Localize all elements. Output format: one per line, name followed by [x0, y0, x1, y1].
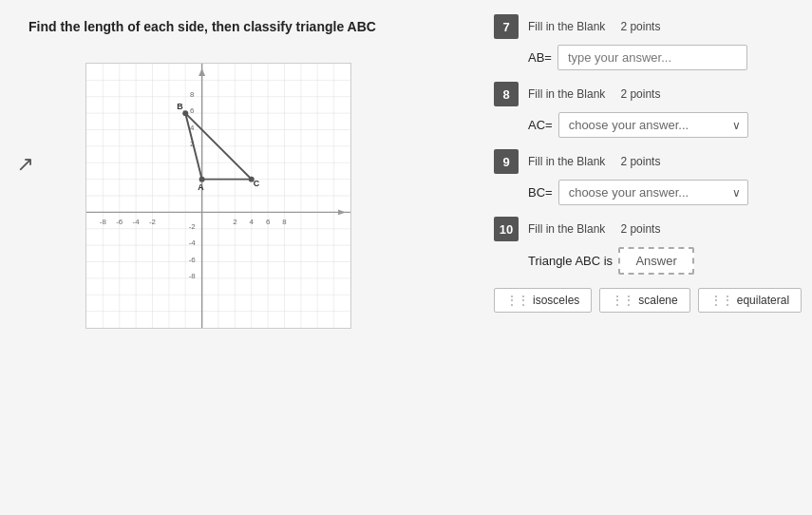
svg-text:-2: -2 — [189, 222, 197, 231]
chip-isosceles[interactable]: ⋮⋮ isosceles — [494, 288, 592, 313]
question-7-label: AB= — [528, 50, 552, 65]
question-8-header: 8 Fill in the Blank 2 points — [494, 82, 793, 106]
question-7-block: 7 Fill in the Blank 2 points AB= — [494, 14, 793, 70]
chip-scalene-label: scalene — [638, 294, 677, 307]
question-8-points: 2 points — [620, 87, 660, 101]
svg-text:8: 8 — [190, 90, 195, 99]
svg-text:-8: -8 — [189, 272, 197, 280]
cursor-icon: ↖ — [17, 152, 34, 177]
question-7-type: Fill in the Blank — [528, 20, 605, 33]
question-9-label: BC= — [528, 185, 553, 200]
svg-text:8: 8 — [282, 218, 287, 226]
svg-text:-8: -8 — [100, 218, 107, 226]
chip-scalene[interactable]: ⋮⋮ scalene — [599, 288, 689, 313]
answer-placeholder: Answer — [635, 254, 676, 268]
question-9-points: 2 points — [620, 155, 660, 168]
svg-text:-2: -2 — [149, 218, 157, 226]
chip-equilateral[interactable]: ⋮⋮ equilateral — [698, 288, 802, 313]
svg-text:C: C — [254, 179, 260, 188]
chip-isosceles-label: isosceles — [533, 294, 579, 307]
drag-handle-scalene: ⋮⋮ — [612, 294, 634, 307]
question-8-block: 8 Fill in the Blank 2 points AC= choose … — [494, 82, 793, 138]
coordinate-graph: -8 -6 -4 -2 2 4 6 8 8 6 4 2 -2 -4 -6 -8 — [86, 64, 350, 328]
problem-title: Find the length of each side, then class… — [28, 19, 376, 34]
ab-text-input[interactable] — [557, 45, 747, 70]
svg-marker-48 — [198, 68, 205, 76]
svg-text:2: 2 — [233, 218, 237, 226]
question-7-header: 7 Fill in the Blank 2 points — [494, 14, 793, 39]
drag-handle-equilateral: ⋮⋮ — [710, 294, 733, 307]
svg-text:A: A — [198, 182, 204, 192]
svg-text:4: 4 — [250, 218, 255, 226]
svg-marker-49 — [338, 209, 346, 215]
svg-text:6: 6 — [190, 106, 195, 115]
question-7-number: 7 — [494, 14, 519, 39]
question-7-points: 2 points — [620, 20, 660, 33]
question-10-points: 2 points — [620, 222, 660, 236]
bc-dropdown[interactable]: choose your answer... 2 3 4 5 √13 √17 √2… — [558, 180, 748, 205]
svg-point-56 — [249, 177, 255, 182]
question-9-header: 9 Fill in the Blank 2 points — [494, 149, 793, 174]
question-8-number: 8 — [494, 82, 519, 106]
drag-handle-isosceles: ⋮⋮ — [506, 294, 529, 307]
svg-text:B: B — [177, 102, 183, 111]
graph-container: -8 -6 -4 -2 2 4 6 8 8 6 4 2 -2 -4 -6 -8 — [85, 63, 351, 329]
svg-text:-6: -6 — [189, 256, 197, 264]
question-9-input-row: BC= choose your answer... 2 3 4 5 √13 √1… — [528, 180, 793, 205]
graph-area: -8 -6 -4 -2 2 4 6 8 8 6 4 2 -2 -4 -6 -8 — [85, 63, 351, 329]
triangle-abc-label: Triangle ABC is — [528, 254, 613, 268]
ac-dropdown-wrapper: choose your answer... 2 3 4 5 √13 √17 √2… — [558, 112, 748, 138]
question-10-block: 10 Fill in the Blank 2 points Triangle A… — [494, 217, 793, 313]
draggable-options: ⋮⋮ isosceles ⋮⋮ scalene ⋮⋮ equilateral — [494, 288, 793, 313]
left-panel: Find the length of each side, then class… — [0, 0, 475, 515]
ac-dropdown[interactable]: choose your answer... 2 3 4 5 √13 √17 √2… — [558, 112, 748, 138]
svg-text:6: 6 — [266, 218, 271, 226]
question-8-label: AC= — [528, 118, 553, 132]
svg-point-55 — [182, 110, 188, 116]
question-7-input-row: AB= — [528, 45, 793, 70]
svg-text:-6: -6 — [116, 218, 123, 226]
question-10-header: 10 Fill in the Blank 2 points — [494, 217, 793, 241]
svg-text:-4: -4 — [189, 238, 197, 247]
bc-dropdown-wrapper: choose your answer... 2 3 4 5 √13 √17 √2… — [558, 180, 748, 205]
svg-text:-4: -4 — [133, 218, 141, 226]
chip-equilateral-label: equilateral — [737, 294, 789, 307]
question-8-type: Fill in the Blank — [528, 87, 605, 101]
question-10-number: 10 — [494, 217, 519, 241]
question-10-input-row: Triangle ABC is Answer — [528, 247, 793, 275]
question-9-number: 9 — [494, 149, 519, 174]
question-10-type: Fill in the Blank — [528, 222, 605, 236]
question-9-type: Fill in the Blank — [528, 155, 605, 168]
question-9-block: 9 Fill in the Blank 2 points BC= choose … — [494, 149, 793, 205]
svg-point-54 — [199, 177, 205, 182]
triangle-answer-box[interactable]: Answer — [618, 247, 694, 275]
right-panel: 7 Fill in the Blank 2 points AB= 8 Fill … — [475, 0, 812, 515]
question-8-input-row: AC= choose your answer... 2 3 4 5 √13 √1… — [528, 112, 793, 138]
